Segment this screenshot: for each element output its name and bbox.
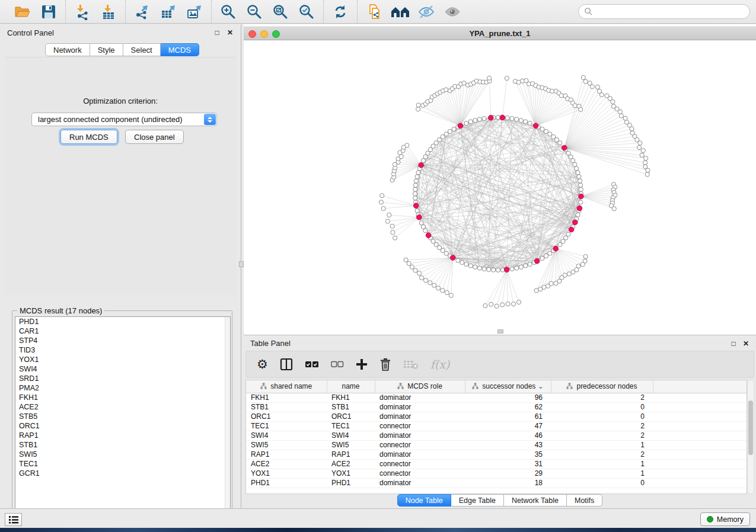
deselect-all-button[interactable] (331, 355, 344, 373)
node-table[interactable]: shared namenameMCDS rolesuccessor nodes … (245, 380, 747, 494)
table-cell[interactable]: TEC1 (327, 421, 375, 431)
column-header-predecessor-nodes[interactable]: predecessor nodes (551, 380, 653, 393)
mcds-result-item[interactable]: FKH1 (15, 393, 230, 402)
column-header-name[interactable]: name (327, 380, 375, 393)
close-panel-button[interactable]: Close panel (125, 130, 184, 144)
table-cell[interactable]: YOX1 (327, 469, 375, 478)
zoom-in-button[interactable] (215, 2, 241, 22)
table-cell[interactable]: ACE2 (327, 459, 375, 469)
table-tab-node-table[interactable]: Node Table (397, 494, 451, 507)
table-cell[interactable]: RAP1 (327, 450, 375, 459)
table-cell[interactable]: 47 (465, 421, 551, 431)
table-row[interactable]: FKH1FKH1dominator962 (246, 393, 747, 402)
mcds-result-item[interactable]: GCR1 (15, 469, 230, 478)
table-cell[interactable]: connector (375, 440, 465, 450)
mcds-result-item[interactable]: RAP1 (15, 431, 230, 440)
table-cell[interactable] (653, 450, 747, 459)
table-tab-edge-table[interactable]: Edge Table (451, 494, 504, 507)
table-cell[interactable]: SWI5 (327, 440, 375, 450)
table-scrollbar[interactable] (747, 380, 754, 494)
table-row[interactable]: STB1STB1dominator620 (246, 402, 747, 412)
table-tab-motifs[interactable]: Motifs (567, 494, 602, 507)
float-table-panel-icon[interactable]: □ (729, 339, 738, 348)
table-cell[interactable] (653, 421, 747, 431)
memory-button[interactable]: Memory (700, 512, 750, 526)
table-cell[interactable]: 0 (551, 478, 653, 488)
table-cell[interactable] (653, 478, 747, 488)
table-cell[interactable]: 96 (465, 393, 551, 402)
mcds-result-item[interactable]: CAR1 (15, 326, 230, 336)
mcds-result-item[interactable]: STP4 (15, 336, 230, 345)
table-cell[interactable]: TEC1 (246, 421, 327, 431)
table-cell[interactable]: 2 (551, 421, 653, 431)
table-cell[interactable]: connector (375, 469, 465, 478)
table-cell[interactable]: dominator (375, 478, 465, 488)
tab-network[interactable]: Network (45, 43, 90, 56)
export-network-button[interactable] (129, 2, 155, 22)
float-panel-icon[interactable]: □ (212, 28, 222, 37)
column-header-MCDS-role[interactable]: MCDS role (375, 380, 465, 393)
zoom-selected-button[interactable] (294, 2, 320, 22)
mcds-result-item[interactable]: ORC1 (15, 421, 230, 431)
column-header-empty[interactable] (653, 380, 747, 393)
open-session-button[interactable] (9, 2, 36, 22)
network-canvas[interactable] (244, 41, 756, 335)
mcds-result-item[interactable]: TID3 (15, 345, 230, 355)
mcds-result-item[interactable]: ACE2 (15, 402, 230, 412)
delete-column-button[interactable] (379, 355, 391, 373)
mcds-result-item[interactable]: STB5 (15, 412, 230, 421)
table-row[interactable]: YOX1YOX1connector291 (246, 469, 747, 478)
table-cell[interactable]: 62 (465, 402, 551, 412)
show-panels-button[interactable] (5, 513, 22, 526)
table-cell[interactable]: ORC1 (246, 412, 327, 421)
search-box[interactable] (578, 4, 750, 19)
splitter-grip[interactable] (239, 261, 244, 267)
add-column-button[interactable] (356, 355, 368, 373)
table-cell[interactable]: 1 (551, 459, 653, 469)
import-table-button[interactable] (95, 2, 122, 22)
table-cell[interactable]: 2 (551, 431, 653, 440)
mcds-result-list[interactable]: PHD1CAR1STP4TID3YOX1SWI4SRD1PMA2FKH1ACE2… (15, 316, 231, 527)
show-columns-button[interactable] (280, 355, 293, 373)
import-network-button[interactable] (69, 2, 95, 22)
table-cell[interactable]: connector (375, 459, 465, 469)
table-scrollbar-thumb[interactable] (748, 400, 753, 455)
table-cell[interactable]: ORC1 (327, 412, 375, 421)
tab-select[interactable]: Select (123, 43, 161, 56)
close-table-panel-icon[interactable]: ✕ (741, 339, 751, 348)
save-session-button[interactable] (36, 2, 62, 22)
mcds-list-scrollbar[interactable] (225, 317, 230, 526)
table-cell[interactable]: SWI5 (246, 440, 327, 450)
network-graph[interactable] (244, 41, 756, 335)
table-cell[interactable] (653, 440, 747, 450)
export-image-button[interactable] (181, 2, 208, 22)
table-cell[interactable]: RAP1 (246, 450, 327, 459)
show-all-button[interactable] (439, 2, 465, 22)
mcds-result-item[interactable]: PHD1 (15, 317, 230, 326)
table-cell[interactable]: STB1 (327, 402, 375, 412)
column-header-successor-nodes[interactable]: successor nodes ⌄ (465, 380, 551, 393)
clone-network-button[interactable] (361, 2, 387, 22)
search-input[interactable] (593, 8, 744, 16)
table-cell[interactable] (653, 393, 747, 402)
table-cell[interactable]: 0 (551, 412, 653, 421)
table-cell[interactable]: FKH1 (246, 393, 327, 402)
table-cell[interactable]: 18 (465, 478, 551, 488)
table-cell[interactable]: PHD1 (246, 478, 327, 488)
network-resize-grip[interactable] (497, 329, 503, 334)
zoom-out-button[interactable] (241, 2, 267, 22)
mcds-result-item[interactable]: SRD1 (15, 374, 230, 383)
table-cell[interactable]: 29 (465, 469, 551, 478)
export-table-button[interactable] (155, 2, 181, 22)
mcds-result-item[interactable]: TEC1 (15, 459, 230, 469)
table-cell[interactable]: SWI4 (246, 431, 327, 440)
mcds-result-item[interactable]: SWI5 (15, 450, 230, 459)
table-cell[interactable]: 43 (465, 440, 551, 450)
table-cell[interactable]: ACE2 (246, 459, 327, 469)
close-panel-icon[interactable]: ✕ (225, 28, 235, 37)
table-cell[interactable]: YOX1 (246, 469, 327, 478)
table-row[interactable]: RAP1RAP1dominator352 (246, 450, 747, 459)
table-row[interactable]: ORC1ORC1dominator610 (246, 412, 747, 421)
table-cell[interactable]: 2 (551, 450, 653, 459)
run-mcds-button[interactable]: Run MCDS (60, 130, 117, 144)
